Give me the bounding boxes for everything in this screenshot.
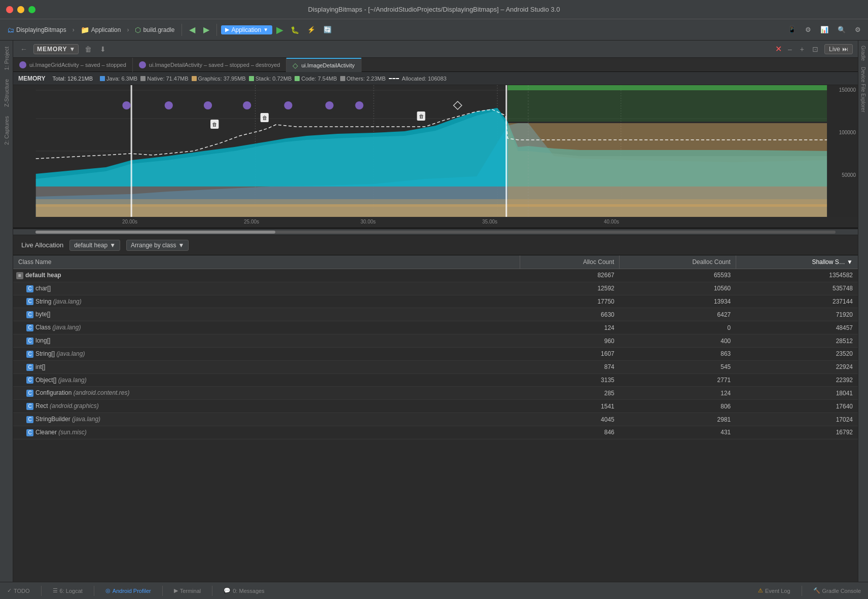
arrange-chevron: ▼	[178, 242, 184, 249]
table-body: ≡default heap82667655931354582Cchar[]125…	[13, 269, 858, 439]
table-row[interactable]: Clong[]96040028512	[13, 334, 858, 348]
table-row[interactable]: CString[] (java.lang)160786323520	[13, 347, 858, 360]
table-row[interactable]: CClass (java.lang)124048457	[13, 321, 858, 334]
table-row[interactable]: CObject[] (java.lang)3135277122392	[13, 373, 858, 387]
zoom-fit-button[interactable]: ⊡	[810, 44, 820, 54]
project-icon[interactable]: 🗂 DisplayingBitmaps	[4, 25, 69, 35]
cell-alloc-count: 12592	[520, 282, 620, 295]
toolbar-right: 📱 ⚙ 📊 🔍 ⚙	[785, 25, 864, 34]
terminal-icon: ▶	[174, 587, 178, 594]
col-dealloc-count[interactable]: Dealloc Count	[620, 255, 736, 269]
scrollbar-thumb[interactable]	[35, 231, 275, 234]
status-todo[interactable]: ✓ TODO	[4, 586, 33, 595]
back-button[interactable]: ←	[18, 44, 29, 54]
cell-shallow-size: 71920	[736, 308, 858, 321]
right-tab-gradle[interactable]: Gradle	[859, 43, 867, 64]
nav-back-button[interactable]: ◀	[186, 24, 198, 35]
col-class-name[interactable]: Class Name	[13, 255, 520, 269]
minimize-button[interactable]	[17, 6, 24, 13]
table-row[interactable]: CString (java.lang)1775013934237144	[13, 295, 858, 308]
time-25: 25.00s	[244, 219, 259, 224]
cell-shallow-size: 48457	[736, 321, 858, 334]
cell-dealloc-count: 13934	[620, 295, 736, 308]
session-dot-0	[19, 61, 26, 68]
close-button[interactable]	[6, 6, 13, 13]
session-tab-0[interactable]: ui.ImageGridActivity – saved – stopped	[13, 58, 133, 72]
status-terminal[interactable]: ▶ Terminal	[171, 586, 204, 595]
table-row[interactable]: CStringBuilder (java.lang)4045298117024	[13, 413, 858, 426]
legend-others-label: Others: 2.23MB	[347, 76, 386, 82]
cell-dealloc-count: 863	[620, 347, 736, 360]
status-event-log[interactable]: ⚠ Event Log	[755, 586, 793, 595]
todo-label: TODO	[14, 588, 30, 594]
profiler-button[interactable]: 📊	[817, 25, 831, 34]
legend-java: Java: 6.3MB	[100, 76, 137, 82]
svg-text:🗑: 🗑	[262, 115, 267, 121]
run-config-chevron: ▼	[263, 27, 268, 32]
col-shallow-size[interactable]: Shallow S… ▼	[736, 255, 858, 269]
file-item[interactable]: ⬡ build.gradle	[132, 25, 177, 35]
session-tab-2[interactable]: ◇ ui.ImageDetailActivity	[286, 58, 361, 72]
chart-body[interactable]: 160MB 128 96 64 32	[13, 85, 858, 217]
status-messages[interactable]: 💬 0: Messages	[221, 586, 267, 595]
sync-button[interactable]: 🔄	[320, 25, 335, 34]
sdk-manager-button[interactable]: ⚙	[802, 25, 814, 34]
logcat-icon: ☰	[53, 587, 58, 594]
nav-forward-button[interactable]: ▶	[200, 24, 212, 35]
cell-class-name: ≡default heap	[13, 269, 520, 282]
cell-alloc-count: 4045	[520, 413, 620, 426]
close-button[interactable]: ✕	[775, 44, 782, 54]
table-row[interactable]: CRect (android.graphics)154180617640	[13, 400, 858, 413]
live-button[interactable]: Live ⏭	[824, 44, 853, 54]
cell-shallow-size: 17640	[736, 400, 858, 413]
sidebar-tab-structure[interactable]: Z-Structure	[2, 75, 12, 111]
avd-manager-button[interactable]: 📱	[785, 25, 799, 34]
svg-point-19	[122, 101, 130, 109]
cell-dealloc-count: 6427	[620, 308, 736, 321]
time-axis: 20.00s 25.00s 30.00s 35.00s 40.00s	[13, 217, 858, 228]
cell-alloc-count: 960	[520, 334, 620, 348]
table-row[interactable]: ≡default heap82667655931354582	[13, 269, 858, 282]
table-row[interactable]: Cint[]87454522924	[13, 360, 858, 373]
module-item[interactable]: 📁 Application	[78, 25, 124, 35]
status-logcat[interactable]: ☰ 6: Logcat	[50, 586, 86, 595]
cell-class-name: CString (java.lang)	[13, 295, 520, 308]
maximize-button[interactable]	[28, 6, 35, 13]
sidebar-tab-project[interactable]: 1: Project	[2, 43, 12, 74]
settings-button[interactable]: ⚙	[852, 25, 864, 34]
table-row[interactable]: CConfiguration (android.content.res)2851…	[13, 387, 858, 400]
cell-shallow-size: 17024	[736, 413, 858, 426]
search-button[interactable]: 🔍	[835, 25, 849, 34]
sidebar-tab-captures[interactable]: 2: Captures	[2, 112, 12, 149]
session-tab-1[interactable]: ui.ImageDetailActivity – saved – stopped…	[133, 58, 287, 72]
run-button[interactable]: ▶	[274, 24, 285, 35]
event-log-label: Event Log	[765, 588, 790, 594]
heap-dropdown[interactable]: default heap ▼	[69, 240, 120, 251]
zoom-out-button[interactable]: –	[786, 44, 794, 54]
right-tab-device-file[interactable]: Device File Explorer	[859, 64, 867, 115]
time-35: 35.00s	[482, 219, 497, 224]
col-alloc-count[interactable]: Alloc Count	[520, 255, 620, 269]
table-row[interactable]: Cchar[]1259210560535748	[13, 282, 858, 295]
attach-button[interactable]: ⚡	[304, 25, 318, 34]
table-row[interactable]: Cbyte[]6630642771920	[13, 308, 858, 321]
export-button[interactable]: ⬇	[98, 44, 108, 54]
scrollbar-area[interactable]	[13, 229, 858, 235]
scrollbar-track[interactable]	[35, 231, 836, 234]
window-title: DisplayingBitmaps - [~/AndroidStudioProj…	[308, 6, 560, 13]
table-row[interactable]: CCleaner (sun.misc)84643116792	[13, 426, 858, 439]
arrange-dropdown[interactable]: Arrange by class ▼	[126, 240, 189, 251]
svg-text:🗑: 🗑	[419, 114, 424, 119]
run-config-dropdown[interactable]: ▶ Application ▼	[221, 25, 272, 34]
status-gradle-console[interactable]: 🔨 Gradle Console	[810, 586, 864, 595]
toolbar: 🗂 DisplayingBitmaps › 📁 Application › ⬡ …	[0, 19, 868, 41]
debug-button[interactable]: 🐛	[287, 25, 302, 35]
table-container[interactable]: Class Name Alloc Count Dealloc Count Sha…	[13, 255, 858, 582]
zoom-in-button[interactable]: +	[798, 44, 806, 54]
session-icon-2: ◇	[293, 61, 298, 69]
status-profiler[interactable]: ◎ Android Profiler	[102, 586, 154, 595]
cell-class-name: Cbyte[]	[13, 308, 520, 321]
delete-button[interactable]: 🗑	[83, 44, 94, 54]
status-sep-1	[41, 586, 42, 596]
memory-dropdown[interactable]: MEMORY ▼	[33, 44, 79, 54]
